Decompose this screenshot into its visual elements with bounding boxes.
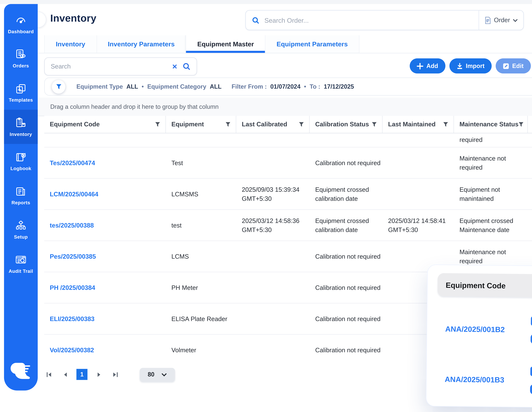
- column-header[interactable]: Maintenance Status: [454, 116, 528, 133]
- sidebar-item-logbook[interactable]: Logbook: [4, 144, 38, 178]
- sidebar-item-audit-trail[interactable]: Audit Trail: [4, 246, 38, 281]
- import-icon: [456, 63, 463, 69]
- table-row[interactable]: Tes/2025/00474TestCalibration not requir…: [44, 147, 532, 179]
- funnel-icon[interactable]: [299, 122, 304, 127]
- sidebar-item-label: Audit Trail: [9, 268, 33, 274]
- table-cell-equipment: PH Meter: [166, 272, 236, 303]
- tab-inventory[interactable]: Inventory: [44, 35, 97, 53]
- table-cell-equipment: LCMS: [166, 241, 236, 272]
- table-cell-code: PH /2025/00384: [44, 272, 166, 303]
- table-cell-last_calibrated: [236, 241, 310, 272]
- table-cell-last_maintained: 2025/03/12 14:58:41GMT+5:30: [382, 210, 454, 241]
- order-search-input[interactable]: [259, 16, 479, 24]
- sidebar-item-dashboard[interactable]: Dashboard: [4, 7, 38, 41]
- page-size-select[interactable]: 80: [140, 368, 175, 381]
- table-cell-calibration_status: Equipment crossedcalibration date: [310, 179, 382, 209]
- sidebar-item-orders[interactable]: Orders: [4, 41, 38, 75]
- column-header[interactable]: Calibration Status: [310, 116, 382, 133]
- table-cell-calibration_status: [310, 133, 382, 147]
- filter-summary-bar: Equipment Type ALL • Equipment Category …: [44, 78, 532, 96]
- inventory-icon: [15, 117, 27, 129]
- next-page-button[interactable]: [95, 370, 104, 378]
- equipment-code-link[interactable]: tes/2025/00388: [50, 221, 166, 230]
- equipment-code-link[interactable]: ANA/2025/001B2: [437, 324, 527, 334]
- sidebar-item-reports[interactable]: Reports: [4, 178, 38, 212]
- page-number-button[interactable]: 1: [76, 369, 87, 380]
- equipment-code-link[interactable]: ANA/2025/001B3: [437, 374, 526, 384]
- sidebar-item-inventory[interactable]: Inventory: [4, 110, 38, 144]
- sidebar-item-label: Orders: [13, 63, 29, 69]
- equipment-code-link[interactable]: Vol/2025/00382: [50, 345, 166, 355]
- table-cell-equipment: Test: [166, 147, 236, 178]
- sidebar-item-label: Inventory: [10, 131, 32, 137]
- group-by-dropzone[interactable]: Drag a column header and drop it here to…: [38, 98, 532, 116]
- import-button[interactable]: Import: [449, 58, 492, 73]
- table-cell-code: Tes/2025/00474: [44, 147, 166, 178]
- add-button[interactable]: Add: [410, 58, 445, 73]
- equipment-summary-card: Equipment Code Calibration Status Mainte…: [426, 265, 532, 409]
- sidebar: Dashboard Orders Templates Inventory Log…: [4, 4, 38, 391]
- order-dropdown-label: Order: [494, 17, 510, 24]
- table-cell-equipment: [166, 133, 236, 147]
- previous-page-button[interactable]: [60, 370, 69, 378]
- table-cell-equipment: Volmeter: [166, 335, 236, 365]
- funnel-icon[interactable]: [371, 122, 377, 127]
- table-cell-code: tes/2025/00388: [44, 210, 166, 241]
- tab-inventory-parameters[interactable]: Inventory Parameters: [97, 35, 186, 53]
- order-search-bar: Order: [245, 10, 524, 30]
- tab-equipment-master[interactable]: Equipment Master: [186, 35, 266, 53]
- equipment-code-link[interactable]: ELI/2025/00383: [50, 314, 166, 323]
- table-row[interactable]: tes/2025/00388test2025/03/12 14:58:36GMT…: [44, 210, 532, 241]
- funnel-icon[interactable]: [443, 122, 448, 127]
- app-window: Dashboard Orders Templates Inventory Log…: [0, 0, 532, 412]
- table-search-input[interactable]: [45, 63, 172, 70]
- calendar-icon: [529, 364, 532, 377]
- logbook-icon: [15, 151, 27, 164]
- summary-card-header: Equipment Code Calibration Status Mainte…: [437, 273, 532, 300]
- column-header[interactable]: Status: [528, 116, 532, 133]
- table-cell-status: Active: [528, 179, 532, 209]
- summary-row: ANA/2025/001B3 Jun-25-2026 10:30:20 Main…: [437, 355, 532, 406]
- agaram-logo: [9, 361, 33, 384]
- edit-button[interactable]: Edit: [496, 58, 531, 73]
- table-row[interactable]: requiredGMT+5:30: [44, 133, 532, 147]
- table-cell-equipment: test: [166, 210, 236, 241]
- dashboard-icon: [15, 14, 27, 27]
- column-header[interactable]: Last Calibrated: [236, 116, 310, 133]
- plus-icon: [417, 63, 423, 69]
- equipment-code-link[interactable]: LCM/2025/00464: [50, 189, 166, 198]
- equipment-code-link[interactable]: PH /2025/00384: [50, 283, 166, 292]
- column-header[interactable]: Equipment: [166, 116, 236, 133]
- last-page-button[interactable]: [111, 370, 120, 378]
- document-icon: [484, 16, 491, 24]
- table-cell-maintenance_status: Maintenance notrequired: [454, 147, 528, 178]
- group-by-hint: Drag a column header and drop it here to…: [50, 103, 218, 110]
- equipment-code-link[interactable]: Pes/2025/00385: [50, 252, 166, 261]
- table-cell-calibration_status: Calibration not required: [310, 335, 382, 365]
- table-cell-status: [528, 133, 532, 147]
- column-header[interactable]: Equipment Code: [44, 116, 166, 133]
- table-cell-code: ELI/2025/00383: [44, 304, 166, 334]
- equipment-code-link[interactable]: Tes/2025/00474: [50, 158, 166, 167]
- filter-summary-text: Equipment Type ALL • Equipment Category …: [76, 83, 354, 90]
- sidebar-item-setup[interactable]: Setup: [4, 212, 38, 246]
- clear-search-icon[interactable]: ✕: [172, 63, 178, 70]
- top-header: Inventory Order 672 Sudarshan Mukunth Ap…: [38, 4, 532, 35]
- funnel-icon[interactable]: [155, 122, 160, 127]
- order-type-dropdown[interactable]: Order: [479, 10, 523, 30]
- sidebar-item-templates[interactable]: Templates: [4, 76, 38, 110]
- page-size-value: 80: [148, 371, 154, 378]
- table-cell-maintenance_status: required: [454, 133, 528, 147]
- funnel-icon[interactable]: [519, 122, 524, 127]
- tab-equipment-parameters[interactable]: Equipment Parameters: [266, 35, 359, 53]
- page-title: Inventory: [50, 13, 96, 24]
- funnel-icon[interactable]: [225, 122, 231, 127]
- search-icon[interactable]: [182, 62, 190, 70]
- column-header[interactable]: Last Maintained: [382, 116, 454, 133]
- table-cell-code: Vol/2025/00382: [44, 335, 166, 365]
- table-cell-maintenance_status: Equipment notmanintained: [454, 179, 528, 209]
- table-cell-status: Active: [528, 147, 532, 178]
- first-page-button[interactable]: [44, 370, 53, 378]
- filter-button[interactable]: [52, 80, 66, 93]
- table-row[interactable]: LCM/2025/00464LCMSMS2025/09/03 15:39:34G…: [44, 179, 532, 210]
